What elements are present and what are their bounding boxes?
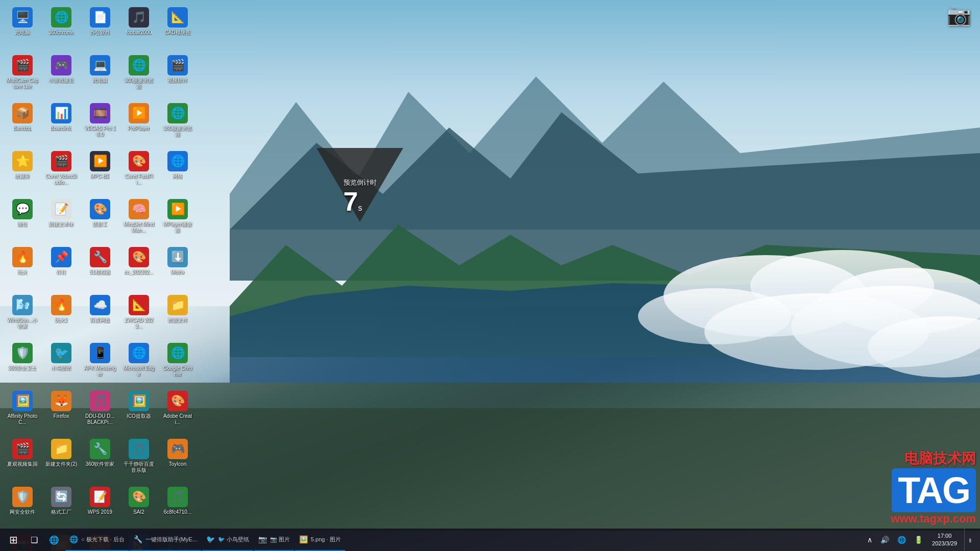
desktop-icon-bandzip[interactable]: 📦Bandzip bbox=[4, 100, 41, 146]
desktop-icon-cc-2023[interactable]: 🎨cc_202302... bbox=[120, 244, 157, 290]
icon-label-motrix: Motrix bbox=[170, 269, 184, 276]
desktop-icon-corel-video[interactable]: 🎬Corel VideoStudio... bbox=[43, 148, 80, 194]
icon-img-360browser: 🌐 bbox=[129, 55, 149, 76]
icon-img-ddu-du: 🎵 bbox=[90, 391, 110, 411]
taskbar-time: 17:00 bbox=[938, 532, 952, 540]
desktop-icon-resources[interactable]: 📁资源文件 bbox=[159, 292, 196, 338]
desktop-icon-boardinfo[interactable]: 📊Boardinfo bbox=[43, 100, 80, 146]
desktop-icon-mpc-be[interactable]: ▶️MPC-BE bbox=[82, 148, 118, 194]
desktop-icon-mplayer[interactable]: ▶️MPlayer播放器 bbox=[159, 196, 196, 242]
desktop-icon-internet[interactable]: 🌐网络 bbox=[159, 148, 196, 194]
desktop-icon-new-folder2[interactable]: 📁新建文件夹(2) bbox=[43, 436, 80, 482]
desktop-icon-geshi[interactable]: 🔄格式工厂 bbox=[43, 484, 80, 530]
desktop-icon-xiaoniao[interactable]: 🐦小鸟壁纸 bbox=[43, 340, 80, 386]
desktop-icon-360chrome[interactable]: 🌐360chrome bbox=[43, 4, 80, 50]
desktop-icon-360security[interactable]: 🛡️360安全卫士 bbox=[4, 340, 41, 386]
desktop-icon-toycon[interactable]: 🎮ToyIcon bbox=[159, 436, 196, 482]
watermark-url: www.tagxp.com bbox=[891, 512, 976, 525]
icon-img-wps2019: 📝 bbox=[90, 487, 110, 507]
desktop-icon-huiying[interactable]: 🎨慧影工 bbox=[82, 196, 118, 242]
desktop-icon-ico-extract[interactable]: 🖼️ICO提取器 bbox=[120, 388, 157, 434]
desktop-icon-affinity-photo[interactable]: 🖼️Affinity Photo C... bbox=[4, 388, 41, 434]
desktop-icon-360-software[interactable]: 🔧360软件管家 bbox=[82, 436, 118, 482]
desktop-icon-360video[interactable]: 🌐360极速浏览器 bbox=[159, 100, 196, 146]
desktop-icon-qianjiating[interactable]: 🎵千千静听百度音乐版 bbox=[120, 436, 157, 482]
desktop-icon-my-computer[interactable]: 🖥️此电脑 bbox=[4, 4, 41, 50]
desktop-icon-360safe2[interactable]: 🛡️网安全软件 bbox=[4, 484, 41, 530]
desktop-icon-mindjet[interactable]: 🧠MindJet MindMan... bbox=[120, 196, 157, 242]
desktop-icon-wps2019[interactable]: 📝WPS 2019 bbox=[82, 484, 118, 530]
desktop-icon-wechat[interactable]: 💬微信 bbox=[4, 196, 41, 242]
desktop-icon-motrix[interactable]: ⬇️Motrix bbox=[159, 244, 196, 290]
desktop-icon-51-simulator[interactable]: 🔧51模拟器 bbox=[82, 244, 118, 290]
desktop-icons-grid: 🖥️此电脑🌐360chrome📄办公软件🎵foobar2000📐CAD模块图🎬M… bbox=[0, 0, 194, 418]
icon-label-wps2019: WPS 2019 bbox=[88, 509, 112, 515]
taskbar-search[interactable]: 🌐 bbox=[44, 529, 64, 551]
taskbar-png-item[interactable]: 🖼️ 5.png · 图片 bbox=[295, 529, 345, 551]
icon-img-adobe-creative: 🎨 bbox=[167, 391, 188, 411]
icon-img-mindjet: 🧠 bbox=[129, 199, 149, 219]
icon-img-windsoul: 🌬️ bbox=[12, 295, 33, 315]
icon-label-wechat: 微信 bbox=[17, 221, 28, 228]
icon-label-360safe2: 网安全软件 bbox=[10, 509, 35, 515]
icon-label-windsoul: WindSou...小管家 bbox=[6, 317, 39, 330]
taskbar-clock[interactable]: 17:00 2023/3/29 bbox=[929, 532, 960, 548]
desktop-icon-xia-view[interactable]: 🎬夏观视频集国 bbox=[4, 436, 41, 482]
icon-label-360video: 360极速浏览器 bbox=[161, 126, 194, 138]
taskbar-xiaoniao-item[interactable]: 🐦 🐦 小鸟壁纸 bbox=[202, 529, 253, 551]
icon-img-foobar2000: 🎵 bbox=[129, 7, 149, 28]
desktop-icon-mp3-6c8[interactable]: 🎵6c8fc4710... bbox=[159, 484, 196, 530]
taskbar-png-label: 5.png · 图片 bbox=[311, 536, 341, 543]
taskbar-left: ⊞ ❏ 🌐 🌐 ○ 极光下载 · 后台 🔧 一键排版助手(MyE... 🐦 🐦 … bbox=[2, 529, 345, 551]
desktop-icon-vegas-pro[interactable]: 🎞️VEGAS Pro 18.0 bbox=[82, 100, 118, 146]
desktop-icon-adobe-creative[interactable]: 🎨Adobe Creati... bbox=[159, 388, 196, 434]
icon-label-wanhuo2: 玩火2 bbox=[55, 317, 68, 323]
desktop-icon-ddu-du[interactable]: 🎵DDU-DU D... BLACKPi... bbox=[82, 388, 118, 434]
taskbar-jisu-label: ○ 极光下载 · 后台 bbox=[81, 536, 125, 543]
taskbar-photos-item[interactable]: 📷 📷 图片 bbox=[254, 529, 294, 551]
desktop-icon-potplayer[interactable]: ▶️PotPlayer bbox=[120, 100, 157, 146]
countdown-overlay: 预览倒计时 7 s bbox=[316, 148, 403, 235]
desktop-icon-wanhuo2[interactable]: 🔥玩火2 bbox=[43, 292, 80, 338]
desktop-icon-sai2[interactable]: 🎨SAI2 bbox=[120, 484, 157, 530]
desktop-icon-wanhuo[interactable]: 🔥玩火 bbox=[4, 244, 41, 290]
tray-battery[interactable]: 🔋 bbox=[912, 529, 925, 551]
desktop-icon-ms-edge[interactable]: 🌐Microsoft Edge bbox=[120, 340, 157, 386]
desktop-icon-my-docs[interactable]: 💻此电脑 bbox=[82, 52, 118, 98]
icon-label-my-computer: 此电脑 bbox=[15, 30, 30, 36]
desktop-icon-foobar2000[interactable]: 🎵foobar2000 bbox=[120, 4, 157, 50]
taskbar-myee-item[interactable]: 🔧 一键排版助手(MyE... bbox=[130, 529, 201, 551]
desktop-icon-google-chrome[interactable]: 🌐Google Chrome bbox=[159, 340, 196, 386]
tray-volume[interactable]: 🔊 bbox=[878, 529, 891, 551]
icon-img-qianjiating: 🎵 bbox=[129, 439, 149, 459]
desktop-icon-firefox[interactable]: 🦊Firefox bbox=[43, 388, 80, 434]
desktop-icon-new-text[interactable]: 📝新建文本txt bbox=[43, 196, 80, 242]
icon-label-mindjet: MindJet MindMan... bbox=[122, 221, 155, 234]
icon-img-mpc-be: ▶️ bbox=[90, 151, 110, 171]
desktop-icon-zwcad[interactable]: 📐ZWCAD 2023... bbox=[120, 292, 157, 338]
icon-img-resources: 📁 bbox=[167, 295, 188, 315]
task-view-button[interactable]: ❏ bbox=[26, 529, 43, 551]
start-button[interactable]: ⊞ bbox=[2, 529, 24, 551]
icon-label-qianjiating: 千千静听百度音乐版 bbox=[122, 461, 155, 473]
taskbar-jisu-item[interactable]: 🌐 ○ 极光下载 · 后台 bbox=[65, 529, 129, 551]
icon-img-video-sw: 🎬 bbox=[167, 55, 188, 76]
desktop-icon-cad[interactable]: 📐CAD模块图 bbox=[159, 4, 196, 50]
taskbar: ⊞ ❏ 🌐 🌐 ○ 极光下载 · 后台 🔧 一键排版助手(MyE... 🐦 🐦 … bbox=[0, 529, 980, 551]
desktop-icon-thumbtack[interactable]: 📌钉钉 bbox=[43, 244, 80, 290]
desktop-icon-360safe[interactable]: ☁️百度网盘 bbox=[82, 292, 118, 338]
desktop-icon-corel-fast[interactable]: 🎨Corel FastFli... bbox=[120, 148, 157, 194]
desktop-icon-video-sw[interactable]: 🎬视频软件 bbox=[159, 52, 196, 98]
tray-network[interactable]: 🌐 bbox=[895, 529, 908, 551]
desktop-icon-multicam[interactable]: 🎬MultiCam Capture Lite bbox=[4, 52, 41, 98]
desktop-icon-apk-messenger[interactable]: 📱APK Messenger bbox=[82, 340, 118, 386]
desktop-icon-windsoul[interactable]: 🌬️WindSou...小管家 bbox=[4, 292, 41, 338]
icon-img-boardinfo: 📊 bbox=[51, 103, 71, 123]
camera-icon[interactable]: 📷 bbox=[945, 4, 972, 31]
desktop-icon-360browser[interactable]: 🌐360极速浏览器 bbox=[120, 52, 157, 98]
desktop-icon-office-sw[interactable]: 📄办公软件 bbox=[82, 4, 118, 50]
tray-expand[interactable]: ∧ bbox=[865, 529, 874, 551]
show-desktop-button[interactable]: ▮ bbox=[964, 529, 974, 551]
desktop-icon-game-quick[interactable]: 🎮小游戏速启 bbox=[43, 52, 80, 98]
desktop-icon-favorites[interactable]: ⭐收藏夹 bbox=[4, 148, 41, 194]
